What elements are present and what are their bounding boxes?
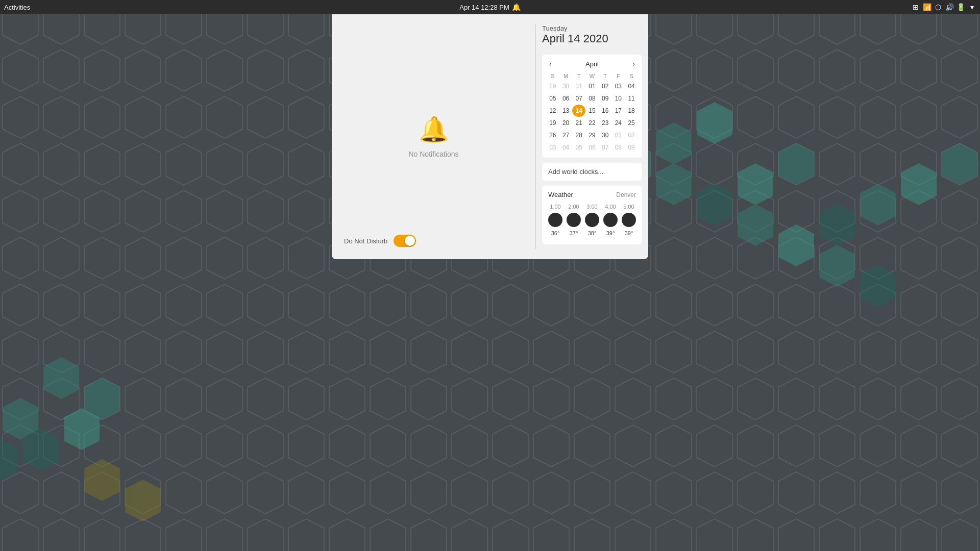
panel-popup: 🔔 No Notifications Do Not Disturb Tuesda…: [332, 14, 648, 259]
date-dayname: Tuesday: [542, 24, 642, 32]
weather-time-label: 5:00: [623, 204, 634, 210]
calendar-day[interactable]: 04: [559, 141, 573, 154]
calendar-day[interactable]: 07: [572, 92, 585, 105]
calendar-day[interactable]: 01: [612, 129, 625, 141]
calendar-month-label: April: [585, 60, 599, 68]
cal-header-s2: S: [625, 72, 638, 80]
calendar-day[interactable]: 22: [585, 117, 599, 129]
calendar-next-button[interactable]: ›: [629, 59, 638, 69]
right-panel: Tuesday April 14 2020 ‹ April › S M T W …: [536, 14, 648, 259]
calendar-day[interactable]: 06: [559, 92, 573, 105]
calendar-day[interactable]: 21: [572, 117, 585, 129]
weather-temp: 39°: [606, 230, 615, 236]
volume-icon[interactable]: 🔊: [945, 3, 953, 11]
weather-cloud-icon: [567, 213, 581, 227]
dnd-toggle[interactable]: [394, 235, 416, 247]
calendar-day[interactable]: 23: [599, 117, 612, 129]
weather-cloud-icon: [622, 213, 636, 227]
cal-header-s1: S: [546, 72, 559, 80]
weather-title: Weather: [548, 191, 573, 198]
calendar-day[interactable]: 03: [612, 80, 625, 92]
battery-icon[interactable]: 🔋: [957, 3, 965, 11]
weather-temp: 37°: [570, 230, 578, 236]
calendar-day[interactable]: 25: [625, 117, 638, 129]
calendar-day[interactable]: 08: [612, 141, 625, 154]
weather-header: Weather Denver: [548, 191, 636, 198]
calendar-day[interactable]: 11: [625, 92, 638, 105]
calendar-widget: ‹ April › S M T W T F S 29303: [542, 55, 642, 158]
no-notifications-text: No Notifications: [408, 150, 458, 158]
calendar-nav: ‹ April ›: [546, 59, 638, 69]
calendar-day[interactable]: 02: [625, 129, 638, 141]
date-full: April 14 2020: [542, 32, 642, 45]
calendar-day[interactable]: 30: [559, 80, 573, 92]
weather-time-col: 1:0036°: [548, 204, 562, 236]
calendar-day[interactable]: 28: [572, 129, 585, 141]
calendar-day[interactable]: 02: [599, 80, 612, 92]
cal-header-t2: T: [599, 72, 612, 80]
calendar-day[interactable]: 06: [585, 141, 599, 154]
calendar-day[interactable]: 31: [572, 80, 585, 92]
dnd-toggle-knob: [405, 236, 415, 246]
calendar-grid: S M T W T F S 29303101020304050607080910…: [546, 72, 638, 154]
calendar-prev-button[interactable]: ‹: [546, 59, 555, 69]
topbar-left: Activities: [4, 4, 30, 11]
weather-cloud-icon: [585, 213, 599, 227]
calendar-day[interactable]: 29: [546, 80, 559, 92]
weather-cloud-icon: [603, 213, 618, 227]
calendar-day[interactable]: 09: [599, 92, 612, 105]
calendar-day[interactable]: 19: [546, 117, 559, 129]
weather-times: 1:0036°2:0037°3:0038°4:0039°5:0039°: [548, 204, 636, 236]
add-world-clocks-button[interactable]: Add world clocks...: [542, 163, 642, 181]
calendar-day[interactable]: 09: [625, 141, 638, 154]
calendar-day[interactable]: 20: [559, 117, 573, 129]
bluetooth-icon[interactable]: ⬡: [934, 3, 942, 11]
calendar-day[interactable]: 10: [612, 92, 625, 105]
topbar-center: Apr 14 12:28 PM 🔔: [459, 3, 521, 11]
weather-time-label: 4:00: [605, 204, 616, 210]
system-menu-icon[interactable]: ▾: [968, 3, 976, 11]
no-notifications-icon: 🔔: [419, 115, 449, 144]
calendar-day[interactable]: 17: [612, 105, 625, 117]
calendar-day[interactable]: 05: [546, 92, 559, 105]
calendar-day[interactable]: 27: [559, 129, 573, 141]
weather-time-label: 1:00: [550, 204, 560, 210]
cal-header-f: F: [612, 72, 625, 80]
activities-button[interactable]: Activities: [4, 4, 30, 11]
calendar-day[interactable]: 04: [625, 80, 638, 92]
calendar-day[interactable]: 18: [625, 105, 638, 117]
weather-cloud-icon: [548, 213, 562, 227]
weather-temp: 36°: [551, 230, 560, 236]
grid-icon[interactable]: ⊞: [912, 3, 920, 11]
dnd-label: Do Not Disturb: [344, 237, 387, 245]
calendar-day[interactable]: 14: [572, 105, 585, 117]
notification-bell-muted-icon[interactable]: 🔔: [512, 3, 521, 11]
calendar-day[interactable]: 26: [546, 129, 559, 141]
weather-time-col: 3:0038°: [585, 204, 599, 236]
date-header: Tuesday April 14 2020: [542, 22, 642, 49]
topbar: Activities Apr 14 12:28 PM 🔔 ⊞ 📶 ⬡ 🔊 🔋 ▾: [0, 0, 980, 14]
calendar-day[interactable]: 08: [585, 92, 599, 105]
calendar-day[interactable]: 12: [546, 105, 559, 117]
notification-panel: 🔔 No Notifications Do Not Disturb: [332, 14, 535, 259]
calendar-day[interactable]: 24: [612, 117, 625, 129]
weather-widget: Weather Denver 1:0036°2:0037°3:0038°4:00…: [542, 186, 642, 244]
calendar-day[interactable]: 30: [599, 129, 612, 141]
wifi-icon[interactable]: 📶: [923, 3, 931, 11]
do-not-disturb-row: Do Not Disturb: [344, 235, 416, 247]
weather-location: Denver: [616, 191, 636, 198]
weather-time-label: 2:00: [568, 204, 579, 210]
calendar-day[interactable]: 07: [599, 141, 612, 154]
topbar-right: ⊞ 📶 ⬡ 🔊 🔋 ▾: [912, 3, 976, 11]
calendar-day[interactable]: 13: [559, 105, 573, 117]
weather-time-label: 3:00: [586, 204, 597, 210]
calendar-day[interactable]: 03: [546, 141, 559, 154]
datetime-label: Apr 14 12:28 PM: [459, 4, 509, 11]
calendar-day[interactable]: 05: [572, 141, 585, 154]
calendar-day[interactable]: 15: [585, 105, 599, 117]
calendar-day[interactable]: 01: [585, 80, 599, 92]
weather-time-col: 2:0037°: [567, 204, 581, 236]
cal-header-t1: T: [572, 72, 585, 80]
calendar-day[interactable]: 29: [585, 129, 599, 141]
calendar-day[interactable]: 16: [599, 105, 612, 117]
